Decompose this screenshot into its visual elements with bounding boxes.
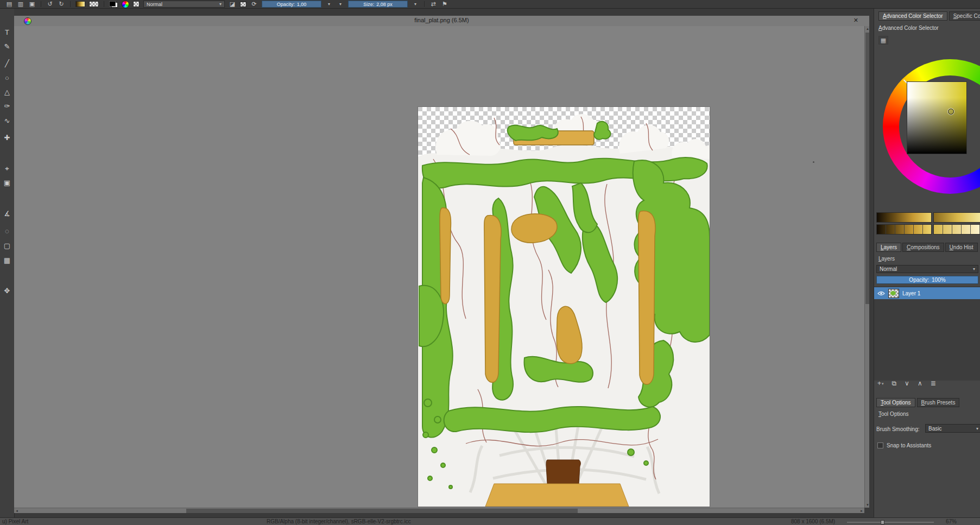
smart-patch-tool-icon[interactable]: ▣ — [1, 176, 13, 188]
duplicate-icon: ⧉ — [892, 380, 897, 387]
flow-options-dropdown[interactable]: ▾ — [337, 1, 344, 8]
tab-label: Advanced Color Selector — [883, 13, 943, 19]
layer-name[interactable]: Layer 1 — [902, 290, 920, 296]
foreground-color-swatch[interactable] — [109, 1, 116, 7]
brush-size-slider[interactable]: Size: 2,08 px — [348, 1, 408, 8]
canvas-document[interactable] — [418, 106, 710, 507]
status-brush-name: u) Pixel Art — [2, 518, 28, 524]
scroll-down-icon[interactable]: ▼ — [866, 503, 869, 507]
right-docker-panel: Advanced Color Selector Specific Co Adva… — [874, 9, 980, 517]
contiguous-select-tool-icon[interactable]: ▦ — [1, 254, 13, 266]
move-layer-up-button[interactable]: ∧ — [918, 380, 922, 387]
reload-preset-icon[interactable]: ⟳ — [250, 1, 258, 8]
redo-icon[interactable]: ↻ — [58, 1, 65, 8]
shade-selector[interactable] — [876, 212, 980, 236]
duplicate-layer-button[interactable]: ⧉ — [892, 380, 897, 387]
tab-advanced-color-selector[interactable]: Advanced Color Selector — [878, 11, 947, 21]
eraser-mode-icon[interactable]: ◪ — [229, 1, 236, 8]
move-layer-down-button[interactable]: ∨ — [905, 380, 909, 387]
document-titlebar[interactable]: final_plat.png (6.5M) ✕ — [14, 16, 869, 27]
shade-swatches-light[interactable] — [933, 224, 980, 235]
zoom-slider-thumb[interactable] — [881, 520, 884, 524]
layers-docker-title: Layers — [878, 256, 895, 262]
toolbar-separator — [104, 1, 104, 7]
bezier-tool-icon[interactable]: ✑ — [1, 100, 13, 112]
canvas-viewport[interactable] — [14, 26, 864, 508]
layer-opacity-value: 100% — [932, 277, 946, 283]
blend-mode-value: Normal — [147, 2, 162, 7]
brush-preset-chooser[interactable] — [133, 1, 140, 7]
shade-gradient-light[interactable] — [933, 212, 980, 223]
status-zoom-level[interactable]: 67% — [946, 518, 957, 524]
workspace-chooser-icon[interactable] — [122, 1, 129, 8]
vertical-scrollbar-thumb[interactable] — [865, 33, 869, 304]
shade-swatches-dark[interactable] — [876, 224, 932, 235]
text-tool-icon[interactable]: T — [1, 26, 13, 38]
freehand-path-tool-icon[interactable]: ∿ — [1, 115, 13, 126]
opacity-slider[interactable]: Opacity: 1,00 — [262, 1, 321, 8]
ellipse-tool-icon[interactable]: ○ — [1, 72, 13, 84]
color-docker-title: Advanced Color Selector — [878, 25, 939, 31]
chevron-down-icon: ▾ — [219, 2, 222, 7]
layer-opacity-slider[interactable]: Opacity: 100% — [876, 276, 978, 284]
foreground-background-colors[interactable] — [109, 1, 118, 8]
color-selector-settings-icon[interactable]: ▦ — [878, 36, 888, 45]
saturation-value-square[interactable] — [907, 81, 967, 154]
scroll-up-icon[interactable]: ▲ — [866, 27, 869, 30]
close-icon[interactable]: ✕ — [853, 17, 858, 24]
layer-thumbnail[interactable] — [888, 289, 899, 298]
scroll-right-icon[interactable]: ► — [860, 509, 863, 513]
preserve-alpha-toggle[interactable] — [240, 2, 246, 7]
pan-tool-icon[interactable]: ✥ — [1, 284, 13, 296]
tab-brush-presets[interactable]: Brush Presets — [917, 398, 960, 407]
zoom-slider[interactable] — [847, 522, 934, 523]
status-image-dimensions: 808 x 1600 (6.5M) — [791, 518, 835, 524]
color-sampler-tool-icon[interactable]: ⌖ — [1, 162, 13, 174]
line-tool-icon[interactable]: ╱ — [1, 57, 13, 69]
tab-compositions[interactable]: Compositions — [902, 243, 944, 252]
wrap-around-mode-icon[interactable]: ⚑ — [441, 1, 448, 8]
krita-window: ▤ ▥ ▣ ↺ ↻ Normal ▾ ◪ ⟳ Opacity: 1,00 ▾ ▾… — [0, 0, 980, 525]
save-document-icon[interactable]: ▣ — [28, 1, 36, 8]
open-document-icon[interactable]: ▥ — [17, 1, 24, 8]
rect-select-tool-icon[interactable]: ▢ — [1, 239, 13, 251]
undo-icon[interactable]: ↺ — [46, 1, 54, 8]
measure-tool-icon[interactable]: ∡ — [1, 207, 13, 219]
pattern-chooser[interactable] — [89, 1, 99, 7]
gradient-chooser[interactable] — [75, 1, 85, 7]
layer-row[interactable]: Layer 1 — [874, 287, 980, 299]
edit-shapes-tool-icon[interactable]: ✎ — [1, 40, 13, 52]
tab-specific-color-selector[interactable]: Specific Co — [949, 11, 980, 21]
shade-gradient-dark[interactable] — [876, 212, 932, 223]
snap-to-assistants-checkbox[interactable] — [877, 442, 883, 448]
opacity-options-dropdown[interactable]: ▾ — [325, 1, 333, 8]
blend-mode-dropdown[interactable]: Normal ▾ — [143, 1, 225, 8]
layer-blend-mode-dropdown[interactable]: Normal ▾ — [876, 265, 978, 273]
vertical-scrollbar[interactable]: ▲ ▼ — [864, 26, 869, 508]
add-layer-button[interactable]: + ▾ — [877, 380, 884, 387]
tab-undo-history[interactable]: Undo Hist — [945, 243, 978, 252]
canvas-image[interactable] — [418, 107, 710, 507]
mirror-horizontal-icon[interactable]: ⇄ — [429, 1, 437, 8]
chevron-down-icon: ▾ — [976, 426, 978, 431]
layer-opacity-label: Opacity: — [909, 277, 929, 283]
toolbar-separator — [424, 1, 425, 7]
brush-smoothing-dropdown[interactable]: Basic ▾ — [925, 424, 980, 433]
horizontal-scrollbar[interactable]: ◄ ► — [14, 508, 864, 513]
size-options-dropdown[interactable]: ▾ — [412, 1, 419, 8]
horizontal-scrollbar-thumb[interactable] — [186, 509, 578, 513]
tab-tool-options[interactable]: Tool Options — [876, 398, 915, 407]
new-document-icon[interactable]: ▤ — [5, 1, 13, 8]
tab-layers[interactable]: Layers — [876, 243, 901, 252]
layer-properties-button[interactable]: ≣ — [931, 380, 936, 387]
chevron-down-icon: ∨ — [905, 380, 909, 387]
brush-cursor — [813, 161, 814, 163]
move-tool-icon[interactable]: ✚ — [1, 131, 13, 143]
layer-visibility-toggle[interactable] — [877, 291, 885, 296]
outline-select-tool-icon[interactable]: ◌ — [1, 225, 13, 237]
scroll-left-icon[interactable]: ◄ — [15, 509, 18, 513]
color-docker-tabs: Advanced Color Selector Specific Co — [878, 11, 980, 21]
tab-label: Specific Co — [953, 13, 980, 19]
polygon-tool-icon[interactable]: △ — [1, 86, 13, 98]
layer-buttons: + ▾ ⧉ ∨ ∧ ≣ — [877, 380, 936, 387]
